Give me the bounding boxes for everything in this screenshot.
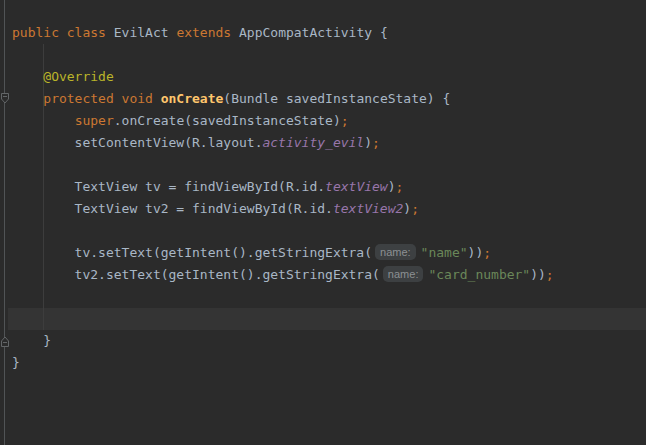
code-token: super — [75, 113, 114, 128]
code-token: ; — [341, 113, 349, 128]
code-area[interactable]: public class EvilAct extends AppCompatAc… — [0, 0, 646, 445]
code-line[interactable]: protected void onCreate(Bundle savedInst… — [0, 88, 646, 110]
code-token: "card_number" — [428, 267, 530, 282]
inlay-hint-name[interactable]: name: — [375, 244, 416, 260]
code-line[interactable]: } — [0, 330, 646, 352]
code-line[interactable] — [0, 154, 646, 176]
code-token — [12, 69, 43, 84]
code-token: ) — [403, 201, 411, 216]
code-line[interactable]: super.onCreate(savedInstanceState); — [0, 110, 646, 132]
code-line[interactable] — [0, 286, 646, 308]
code-token: } — [12, 355, 20, 370]
code-token: tv.setText(getIntent().getStringExtra( — [12, 245, 372, 260]
code-token: activity_evil — [262, 135, 364, 150]
code-line[interactable]: tv2.setText(getIntent().getStringExtra(n… — [0, 264, 646, 286]
code-line[interactable]: } — [0, 352, 646, 374]
code-editor: public class EvilAct extends AppCompatAc… — [0, 0, 646, 445]
code-token: TextView tv2 = findViewById(R.id. — [12, 201, 333, 216]
code-token: AppCompatActivity { — [231, 25, 388, 40]
code-token: ; — [546, 267, 554, 282]
code-line[interactable]: TextView tv2 = findViewById(R.id.textVie… — [0, 198, 646, 220]
code-line[interactable] — [0, 44, 646, 66]
code-token: (Bundle savedInstanceState) { — [223, 91, 450, 106]
inlay-hint-name[interactable]: name: — [383, 266, 424, 282]
code-token: extends — [176, 25, 231, 40]
code-token: } — [12, 333, 51, 348]
code-token — [12, 113, 75, 128]
code-token: public class — [12, 25, 106, 40]
code-line[interactable]: setContentView(R.layout.activity_evil); — [0, 132, 646, 154]
code-token: ) — [364, 135, 372, 150]
code-token: textView — [325, 179, 388, 194]
code-token: TextView tv = findViewById(R.id. — [12, 179, 325, 194]
code-token: "name" — [421, 245, 468, 260]
code-token: ; — [372, 135, 380, 150]
code-token: tv2.setText(getIntent().getStringExtra( — [12, 267, 380, 282]
code-line[interactable] — [0, 308, 646, 330]
code-line[interactable]: TextView tv = findViewById(R.id.textView… — [0, 176, 646, 198]
code-token: )) — [468, 245, 484, 260]
code-token: onCreate — [161, 91, 224, 106]
code-token: ) — [388, 179, 396, 194]
code-token — [153, 91, 161, 106]
code-token: @Override — [43, 69, 113, 84]
code-token: setContentView(R.layout. — [12, 135, 262, 150]
code-token: .onCreate(savedInstanceState) — [114, 113, 341, 128]
code-token: textView2 — [333, 201, 403, 216]
code-token: )) — [530, 267, 546, 282]
code-line[interactable]: @Override — [0, 66, 646, 88]
code-token: EvilAct — [106, 25, 176, 40]
code-token: ; — [396, 179, 404, 194]
code-token — [12, 91, 43, 106]
code-line[interactable]: tv.setText(getIntent().getStringExtra(na… — [0, 242, 646, 264]
code-token: ; — [411, 201, 419, 216]
code-line[interactable]: public class EvilAct extends AppCompatAc… — [0, 22, 646, 44]
code-token: ; — [483, 245, 491, 260]
code-token: protected void — [43, 91, 153, 106]
code-line[interactable] — [0, 220, 646, 242]
